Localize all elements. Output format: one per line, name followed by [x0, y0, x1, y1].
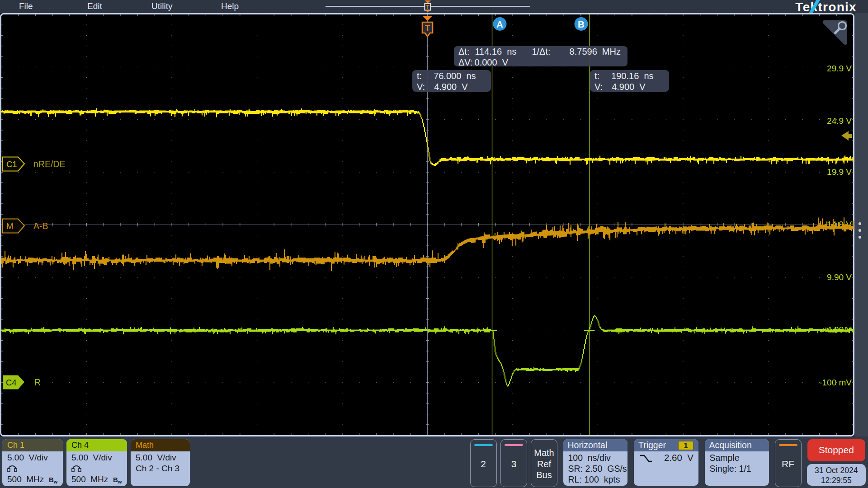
svg-text:R: R — [34, 377, 41, 387]
svg-text:19.9 V: 19.9 V — [827, 167, 852, 177]
svg-text:24.9 V: 24.9 V — [827, 116, 852, 126]
svg-text:A-B: A-B — [33, 221, 48, 231]
svg-text:A: A — [496, 19, 503, 29]
svg-text:M: M — [6, 221, 13, 231]
svg-text:9.90 V: 9.90 V — [827, 272, 852, 282]
svg-text:T: T — [426, 4, 429, 10]
svg-text:29.9 V: 29.9 V — [827, 64, 852, 73]
svg-text:B: B — [578, 19, 585, 29]
svg-text:T: T — [425, 23, 430, 33]
svg-text:C1: C1 — [6, 160, 17, 169]
svg-text:nRE/DE: nRE/DE — [33, 159, 65, 169]
svg-text:-100 mV: -100 mV — [819, 378, 852, 387]
svg-text:C4: C4 — [6, 378, 17, 387]
svg-text:Tektronix: Tektronix — [795, 0, 857, 13]
